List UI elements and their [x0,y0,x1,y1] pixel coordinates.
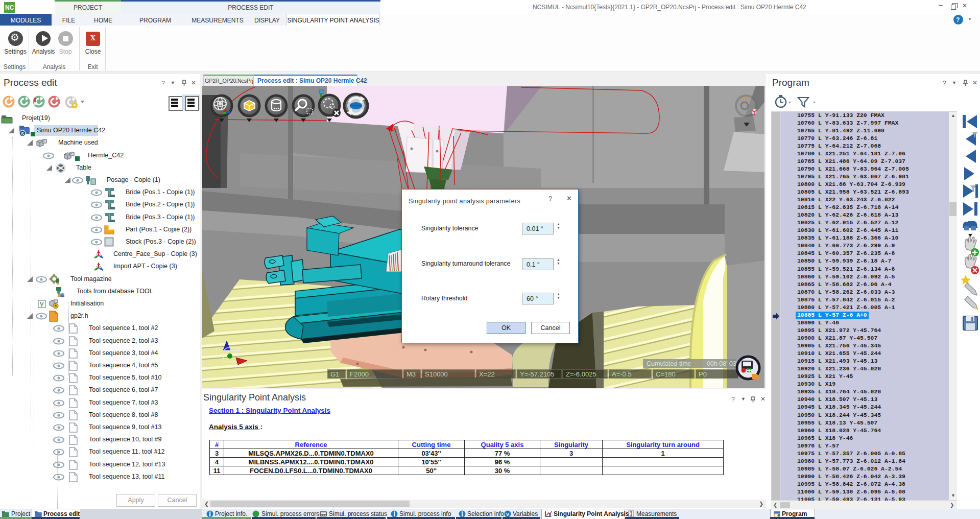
svg-text:00h 08' 03": 00h 08' 03" [707,360,738,367]
svg-text:P0: P0 [699,370,707,378]
svg-text:S10000: S10000 [425,370,448,378]
svg-text:G1: G1 [330,370,339,378]
svg-text:Z=-6.0025: Z=-6.0025 [566,370,596,378]
svg-text:X=22: X=22 [479,370,495,378]
svg-text:F2000: F2000 [350,370,369,378]
svg-text:Cumulated time: Cumulated time [647,360,691,367]
svg-text:Y=-57.2105: Y=-57.2105 [520,370,555,378]
svg-text:C=180: C=180 [656,370,676,378]
svg-text:V: V [506,511,510,517]
svg-text:A=-0.5: A=-0.5 [612,370,632,378]
svg-text:M3: M3 [407,370,416,378]
